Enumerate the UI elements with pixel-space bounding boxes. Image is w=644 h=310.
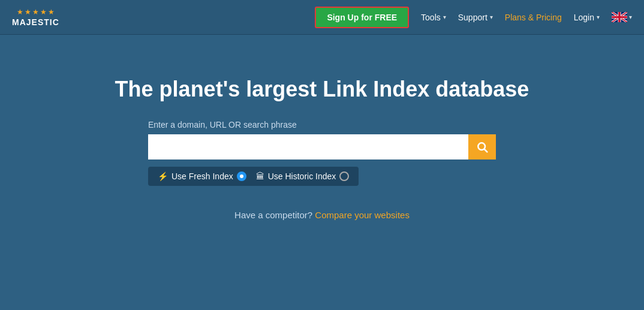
index-options: ⚡ Use Fresh Index 🏛 Use Historic Index	[148, 167, 359, 186]
lightning-icon: ⚡	[158, 171, 168, 181]
nav-plans[interactable]: Plans & Pricing	[505, 13, 562, 22]
fresh-index-option[interactable]: ⚡ Use Fresh Index	[158, 171, 246, 181]
search-container: Enter a domain, URL OR search phrase ⚡ U…	[148, 120, 496, 186]
search-input[interactable]	[148, 134, 468, 159]
historic-index-option[interactable]: 🏛 Use Historic Index	[256, 171, 350, 181]
search-button[interactable]	[468, 134, 496, 159]
compare-websites-link[interactable]: Compare your websites	[315, 210, 410, 220]
nav-support[interactable]: Support ▾	[458, 13, 493, 22]
building-icon: 🏛	[256, 171, 264, 181]
star-1: ★	[17, 8, 23, 16]
star-5: ★	[48, 8, 55, 16]
signup-button[interactable]: Sign Up for FREE	[315, 7, 409, 28]
star-3: ★	[32, 8, 39, 16]
tools-chevron-icon: ▾	[443, 14, 446, 20]
competitor-section: Have a competitor? Compare your websites	[234, 210, 410, 220]
search-label: Enter a domain, URL OR search phrase	[148, 120, 297, 130]
search-icon	[476, 141, 488, 153]
svg-line-2	[484, 149, 487, 152]
login-label: Login	[574, 13, 594, 22]
support-label: Support	[458, 13, 487, 22]
star-4: ★	[40, 8, 47, 16]
flag-chevron-icon: ▾	[629, 14, 632, 20]
main-content: The planet's largest Link Index database…	[0, 35, 644, 220]
header: ★ ★ ★ ★ ★ MAJESTIC Sign Up for FREE Tool…	[0, 0, 644, 35]
headline: The planet's largest Link Index database	[115, 77, 529, 102]
login-chevron-icon: ▾	[597, 14, 600, 20]
fresh-index-radio[interactable]	[237, 171, 246, 181]
fresh-index-label: Use Fresh Index	[171, 171, 233, 181]
language-selector[interactable]: ▾	[612, 12, 632, 22]
tools-label: Tools	[421, 13, 441, 22]
nav-tools[interactable]: Tools ▾	[421, 13, 446, 22]
support-chevron-icon: ▾	[490, 14, 493, 20]
search-row	[148, 134, 496, 159]
historic-index-label: Use Historic Index	[268, 171, 336, 181]
uk-flag-icon	[612, 12, 627, 22]
plans-label: Plans & Pricing	[505, 13, 562, 22]
logo-stars: ★ ★ ★ ★ ★	[17, 8, 55, 16]
nav-login[interactable]: Login ▾	[574, 13, 600, 22]
logo[interactable]: ★ ★ ★ ★ ★ MAJESTIC	[12, 8, 59, 27]
logo-text: MAJESTIC	[12, 17, 59, 27]
star-2: ★	[25, 8, 31, 16]
historic-index-radio[interactable]	[339, 171, 349, 181]
competitor-text: Have a competitor?	[234, 210, 312, 220]
